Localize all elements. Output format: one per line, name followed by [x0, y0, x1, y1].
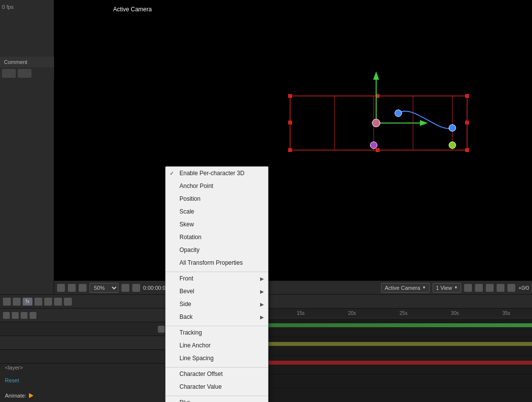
reset-icon[interactable]: [507, 284, 515, 292]
menu-item-character-offset[interactable]: Character Offset: [166, 368, 268, 380]
menu-item-skew[interactable]: Skew: [166, 218, 268, 231]
viewport-bottom-toolbar: 50% 100% 0:00:00:00 Active Camera ▼ 1 Vi…: [54, 280, 532, 294]
camera-icon[interactable]: [79, 284, 87, 292]
tl-icon-5[interactable]: [44, 298, 52, 306]
menu-item-bevel[interactable]: Bevel▶: [166, 285, 268, 298]
svg-rect-5: [288, 94, 292, 98]
menu-item-label-back: Back: [179, 313, 193, 320]
menu-item-back[interactable]: Back▶: [166, 310, 268, 323]
view-chevron-icon: ▼: [454, 285, 458, 290]
icon-box-1: [2, 69, 16, 78]
submenu-arrow-icon: ▶: [260, 276, 264, 281]
svg-rect-11: [288, 121, 292, 124]
ruler-30s: 30s: [429, 310, 481, 316]
viewport: Active Camera: [54, 0, 532, 280]
submenu-arrow-icon: ▶: [260, 302, 264, 307]
menu-item-label-opacity: Opacity: [179, 247, 200, 253]
svg-marker-14: [373, 71, 379, 80]
view-icon[interactable]: [68, 284, 76, 292]
svg-rect-6: [465, 94, 469, 98]
animate-label: Animate:: [5, 393, 26, 399]
region-icon[interactable]: [132, 284, 140, 292]
snap-icon[interactable]: [57, 284, 65, 292]
menu-item-label-character-offset: Character Offset: [179, 371, 223, 377]
menu-item-line-anchor[interactable]: Line Anchor: [166, 339, 268, 352]
preview-icon[interactable]: [475, 284, 483, 292]
comment-bar: Comment: [0, 57, 54, 67]
grid-icon[interactable]: [486, 284, 494, 292]
tl-row-icon-4[interactable]: [30, 312, 36, 319]
menu-item-label-front: Front: [179, 275, 193, 282]
tl-row-icon-1[interactable]: [3, 312, 10, 319]
menu-item-position[interactable]: Position: [166, 192, 268, 205]
submenu-arrow-icon: ▶: [260, 289, 264, 294]
tl-icon-6[interactable]: [54, 298, 62, 306]
menu-item-label-position: Position: [179, 195, 201, 202]
svg-point-21: [449, 142, 456, 149]
menu-item-front[interactable]: Front▶: [166, 272, 268, 285]
tl-icon-1[interactable]: [3, 298, 11, 306]
menu-item-side[interactable]: Side▶: [166, 298, 268, 310]
menu-item-blur[interactable]: Blur: [166, 396, 268, 402]
menu-item-line-spacing[interactable]: Line Spacing: [166, 352, 268, 365]
svg-rect-12: [465, 121, 469, 124]
submenu-arrow-icon: ▶: [260, 314, 264, 320]
timeline-toolbar: fx: [0, 295, 167, 309]
menu-item-all-transform[interactable]: All Transform Properties: [166, 256, 268, 269]
camera-select-label: Active Camera: [384, 285, 420, 291]
offset-display: +0/0: [518, 285, 529, 291]
tl-row-icon-3[interactable]: [21, 312, 28, 319]
tl-icon-4[interactable]: [34, 298, 42, 306]
active-camera-viewport-label: Active Camera: [113, 6, 152, 13]
viewport-content: [54, 0, 532, 280]
menu-item-rotation[interactable]: Rotation: [166, 231, 268, 244]
render-icon[interactable]: [464, 284, 472, 292]
ruler-35s: 35s: [480, 310, 532, 316]
layer-name: <layer>: [5, 365, 23, 371]
fit-icon[interactable]: [121, 284, 129, 292]
svg-point-18: [395, 110, 402, 117]
icon-box-2: [18, 69, 31, 78]
context-menu: ✓Enable Per-character 3DAnchor PointPosi…: [165, 166, 268, 402]
zoom-select[interactable]: 50% 100%: [89, 283, 118, 293]
svg-point-19: [449, 124, 456, 131]
animate-row: Animate:: [0, 393, 167, 399]
icon-row: [0, 67, 54, 79]
reset-button[interactable]: Reset: [5, 377, 19, 384]
tl-row2-icon-1[interactable]: [158, 326, 165, 333]
tl-label-row-2: [0, 322, 167, 336]
camera-select[interactable]: Active Camera ▼: [381, 283, 429, 293]
tl-row-icon-2[interactable]: [12, 312, 19, 319]
ruler-25s: 25s: [378, 310, 429, 316]
play-triangle-icon[interactable]: [29, 393, 33, 398]
svg-rect-10: [376, 148, 380, 152]
menu-item-label-line-spacing: Line Spacing: [179, 355, 213, 362]
menu-item-label-side: Side: [179, 301, 191, 308]
menu-item-scale[interactable]: Scale: [166, 205, 268, 218]
tl-icon-fx[interactable]: fx: [23, 298, 32, 306]
checkmark-icon: ✓: [170, 170, 174, 177]
tl-icon-7[interactable]: [64, 298, 72, 306]
tl-label-row-4: [0, 350, 167, 364]
flow-icon[interactable]: [497, 284, 504, 292]
menu-item-label-all-transform: All Transform Properties: [179, 259, 243, 266]
menu-item-anchor-point[interactable]: Anchor Point: [166, 180, 268, 192]
menu-item-label-anchor-point: Anchor Point: [179, 183, 213, 189]
menu-item-label-rotation: Rotation: [179, 234, 202, 241]
tl-icon-2[interactable]: [13, 298, 21, 306]
tl-label-row-1: [0, 309, 167, 322]
svg-rect-8: [465, 148, 469, 152]
fps-label: 0 fps: [2, 4, 14, 10]
menu-item-enable-3d[interactable]: ✓Enable Per-character 3D: [166, 167, 268, 180]
menu-item-character-value[interactable]: Character Value: [166, 380, 268, 393]
menu-item-label-line-anchor: Line Anchor: [179, 342, 210, 349]
view-select[interactable]: 1 View ▼: [433, 283, 462, 293]
menu-item-tracking[interactable]: Tracking: [166, 326, 268, 339]
tl-label-row-3: [0, 336, 167, 350]
ruler-20s: 20s: [326, 310, 378, 316]
menu-item-label-skew: Skew: [179, 221, 194, 228]
camera-chevron-icon: ▼: [422, 285, 426, 290]
view-select-label: 1 View: [436, 285, 452, 291]
menu-item-opacity[interactable]: Opacity: [166, 244, 268, 256]
timeline-left: fx Animate: Reset <layer>: [0, 295, 167, 402]
